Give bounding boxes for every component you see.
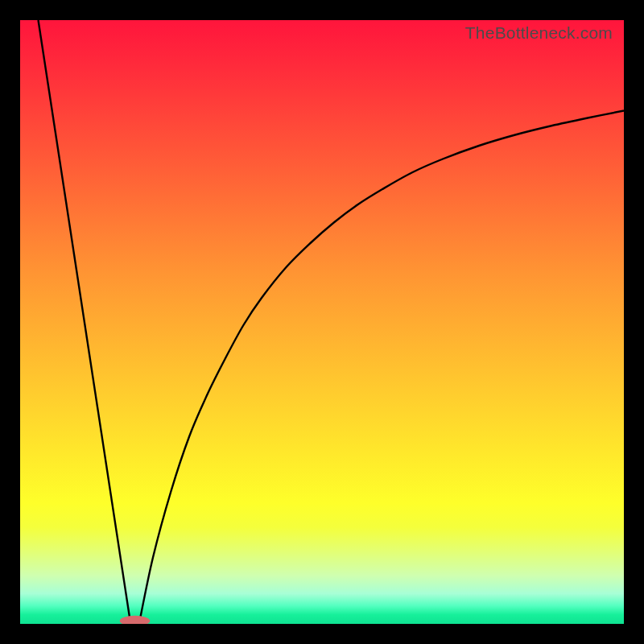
optimum-marker — [120, 616, 151, 624]
chart-frame: TheBottleneck.com — [0, 0, 644, 644]
watermark-text: TheBottleneck.com — [465, 23, 613, 43]
right-branch — [139, 111, 624, 625]
left-branch — [39, 20, 131, 624]
bottleneck-curve — [20, 20, 624, 624]
plot-area: TheBottleneck.com — [20, 20, 624, 624]
